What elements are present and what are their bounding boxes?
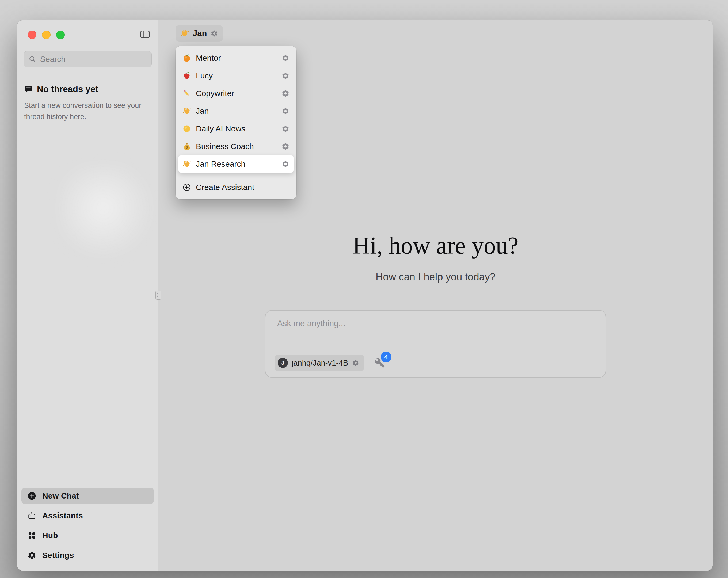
- pencil-icon: [182, 89, 191, 98]
- gear-icon[interactable]: [282, 72, 289, 80]
- assistant-menu-item-label: Lucy: [196, 71, 213, 80]
- apple-icon: [182, 71, 191, 80]
- sidebar-item-settings[interactable]: Settings: [21, 547, 154, 563]
- orange-icon: [182, 54, 191, 62]
- sidebar-item-label: Hub: [42, 531, 58, 540]
- gear-icon[interactable]: [282, 54, 289, 62]
- window-controls: [28, 30, 65, 39]
- sidebar-item-label: New Chat: [42, 491, 79, 500]
- sidebar-item-assistants[interactable]: Assistants: [21, 507, 154, 524]
- empty-state-title: No threads yet: [37, 84, 98, 94]
- assistant-menu-item-jan-research[interactable]: Jan Research: [178, 155, 294, 173]
- tools-button[interactable]: 4: [374, 357, 385, 368]
- close-button[interactable]: [28, 30, 36, 39]
- titlebar: [17, 20, 158, 47]
- plus-circle-outline-icon: [182, 183, 191, 192]
- sidebar: No threads yet Start a new conversation …: [17, 20, 158, 571]
- wave-icon: [182, 160, 191, 168]
- hub-icon: [27, 531, 36, 540]
- svg-text:$: $: [186, 146, 188, 149]
- assistant-menu-item-mentor[interactable]: Mentor: [178, 49, 294, 67]
- gear-icon[interactable]: [282, 90, 289, 97]
- tools-count-badge: 4: [381, 352, 391, 362]
- model-avatar: J: [278, 358, 288, 368]
- assistant-menu-item-label: Copywriter: [196, 89, 234, 98]
- empty-state-description: Start a new conversation to see your thr…: [24, 100, 142, 123]
- yellow-circle-icon: [182, 124, 191, 133]
- empty-state: No threads yet Start a new conversation …: [24, 84, 151, 123]
- assistant-menu-item-jan[interactable]: Jan: [178, 102, 294, 120]
- threads-icon: [24, 85, 33, 93]
- assistant-menu-item-label: Daily AI News: [196, 124, 245, 133]
- model-selector[interactable]: J janhq/Jan-v1-4B: [275, 355, 364, 371]
- sidebar-toggle-icon[interactable]: [139, 29, 151, 39]
- assistant-menu: Mentor Lucy Copywriter Jan Daily AI News: [176, 46, 296, 199]
- search-icon: [28, 55, 36, 63]
- message-input[interactable]: [277, 319, 594, 342]
- gear-icon: [352, 359, 359, 367]
- greeting-title: Hi, how are you?: [158, 232, 713, 259]
- assistant-menu-item-label: Jan: [196, 106, 209, 116]
- wave-icon: [180, 29, 189, 38]
- model-name: janhq/Jan-v1-4B: [292, 358, 348, 368]
- assistant-menu-item-daily-ai-news[interactable]: Daily AI News: [178, 120, 294, 137]
- assistant-menu-item-copywriter[interactable]: Copywriter: [178, 84, 294, 102]
- sidebar-glow-decoration: [60, 165, 156, 261]
- gear-icon: [211, 30, 218, 37]
- minimize-button[interactable]: [42, 30, 51, 39]
- sidebar-item-new-chat[interactable]: New Chat: [21, 487, 154, 504]
- greeting-subtitle: How can I help you today?: [158, 271, 713, 283]
- assistant-menu-item-lucy[interactable]: Lucy: [178, 67, 294, 84]
- zoom-button[interactable]: [56, 30, 65, 39]
- composer: J janhq/Jan-v1-4B 4: [265, 310, 606, 378]
- assistant-selector-label: Jan: [192, 29, 207, 38]
- gear-icon[interactable]: [282, 107, 289, 115]
- gear-icon: [27, 551, 36, 560]
- app-window: No threads yet Start a new conversation …: [17, 20, 713, 571]
- plus-circle-icon: [27, 491, 36, 500]
- gear-icon[interactable]: [282, 142, 289, 150]
- gear-icon[interactable]: [282, 125, 289, 133]
- main-area: Jan Mentor Lucy Copywriter Jan: [158, 20, 713, 571]
- create-assistant-label: Create Assistant: [196, 183, 254, 192]
- composer-toolbar: J janhq/Jan-v1-4B 4: [275, 355, 385, 371]
- moneybag-icon: $: [182, 142, 191, 151]
- search-input[interactable]: [40, 55, 147, 64]
- sidebar-item-label: Assistants: [42, 511, 83, 520]
- sidebar-item-label: Settings: [42, 551, 74, 560]
- gear-icon[interactable]: [282, 160, 289, 168]
- assistant-menu-item-label: Jan Research: [196, 159, 245, 169]
- sidebar-item-hub[interactable]: Hub: [21, 527, 154, 544]
- drag-dots-icon: [157, 293, 160, 298]
- assistant-menu-item-label: Mentor: [196, 53, 221, 62]
- assistant-menu-item-label: Business Coach: [196, 142, 254, 151]
- assistants-icon: [27, 511, 36, 520]
- wave-icon: [182, 107, 191, 115]
- search-field: [24, 51, 152, 68]
- assistant-selector[interactable]: Jan: [176, 25, 223, 42]
- sidebar-bottom-nav: New Chat Assistants Hub Settings: [17, 487, 158, 571]
- sidebar-resize-handle[interactable]: [155, 291, 161, 300]
- create-assistant-button[interactable]: Create Assistant: [178, 178, 294, 196]
- assistant-menu-item-business-coach[interactable]: $ Business Coach: [178, 137, 294, 155]
